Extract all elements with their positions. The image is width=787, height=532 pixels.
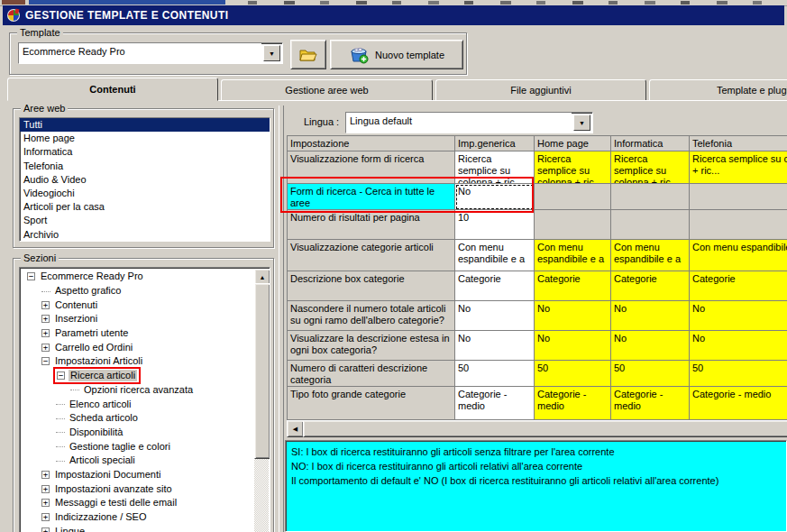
tree-item-label[interactable]: Impostazioni Documenti: [53, 469, 162, 481]
tab-template-e-plugin[interactable]: Template e plugin: [649, 79, 787, 101]
aree-web-item[interactable]: Home page: [20, 132, 270, 145]
tree-item[interactable]: Gestione taglie e colori: [22, 439, 253, 454]
tree-item[interactable]: +Lingue: [22, 524, 253, 532]
aree-web-listbox[interactable]: TuttiHome pageInformaticaTelefoniaAudio …: [19, 117, 270, 242]
grid-override-value-cell[interactable]: Categorie: [535, 271, 611, 301]
grid-setting-cell[interactable]: Descrizione box categorie: [288, 271, 455, 301]
grid-setting-cell[interactable]: Form di ricerca - Cerca in tutte le aree: [288, 184, 455, 210]
grid-hscrollbar[interactable]: ◀: [287, 420, 787, 436]
new-template-button[interactable]: Nuovo template: [330, 40, 463, 69]
tree-item[interactable]: Disponibilità: [22, 426, 253, 440]
aree-web-item[interactable]: Informatica: [20, 145, 270, 159]
tree-item-label[interactable]: Aspetto grafico: [53, 285, 123, 297]
grid-override-value-cell[interactable]: No: [611, 301, 690, 331]
grid-override-value-cell[interactable]: Con menu espandibile e a ...: [690, 240, 787, 271]
tree-expand-icon[interactable]: +: [41, 513, 50, 521]
tree-item-label[interactable]: Indicizzazione / SEO: [53, 511, 149, 523]
tree-item[interactable]: +Contenuti: [22, 298, 253, 312]
grid-generic-value-cell[interactable]: No: [455, 331, 535, 361]
aree-web-item[interactable]: Archivio: [20, 228, 270, 242]
tree-item-label[interactable]: Ecommerce Ready Pro: [39, 271, 145, 282]
grid-override-value-cell[interactable]: Categorie: [690, 271, 787, 301]
grid-setting-cell[interactable]: Nascondere il numero totale articoli su …: [288, 301, 455, 331]
tab-gestione-aree-web[interactable]: Gestione aree web: [221, 79, 433, 101]
panel-splitter[interactable]: [279, 105, 284, 532]
tree-item[interactable]: +Impostazioni avanzate sito: [22, 482, 253, 496]
tree-item[interactable]: −Ricerca articoli: [22, 369, 253, 383]
tab-file-aggiuntivi[interactable]: File aggiuntivi: [435, 79, 646, 101]
grid-override-value-cell[interactable]: [535, 210, 611, 240]
grid-setting-cell[interactable]: Visualizzare la descrizione estesa in og…: [288, 331, 455, 361]
tree-item-label[interactable]: Impostazioni Articoli: [53, 355, 144, 367]
tab-contenuti[interactable]: Contenuti: [7, 78, 218, 101]
tree-expand-icon[interactable]: +: [41, 344, 50, 352]
aree-web-item[interactable]: Videogiochi: [20, 187, 270, 200]
tree-item-label[interactable]: Impostazioni avanzate sito: [53, 483, 174, 495]
tree-expand-icon[interactable]: +: [41, 471, 50, 479]
grid-override-value-cell[interactable]: Ricerca semplice su colonna + ric...: [690, 151, 787, 184]
grid-setting-cell[interactable]: Numero di risultati per pagina: [288, 210, 455, 240]
tree-item-label[interactable]: Ricerca articoli: [69, 370, 137, 381]
grid-hscrollbar-left-button[interactable]: ◀: [287, 420, 304, 437]
tree-item[interactable]: Opzioni ricerca avanzata: [22, 383, 253, 398]
tree-scrollbar[interactable]: ▲: [254, 269, 269, 532]
tree-item-label[interactable]: Elenco articoli: [68, 399, 133, 410]
grid-generic-value-cell[interactable]: 10: [455, 210, 535, 240]
grid-generic-value-cell[interactable]: Categorie: [455, 271, 535, 301]
tree-item[interactable]: Articoli speciali: [22, 454, 253, 468]
grid-generic-value-cell[interactable]: Ricerca semplice su colonna + ric...: [455, 151, 535, 184]
tree-item-label[interactable]: Inserzioni: [53, 313, 99, 325]
grid-override-value-cell[interactable]: Con menu espandibile e a ...: [535, 240, 611, 271]
template-combobox[interactable]: Ecommerce Ready Pro ▼: [18, 42, 283, 64]
grid-override-value-cell[interactable]: No: [611, 331, 690, 361]
tree-expand-icon[interactable]: +: [41, 315, 50, 323]
grid-hscrollbar-thumb[interactable]: [303, 420, 787, 437]
grid-override-value-cell[interactable]: Con menu espandibile e a ...: [611, 240, 690, 271]
aree-web-item[interactable]: Tutti: [20, 118, 270, 132]
tree-expand-icon[interactable]: +: [41, 499, 50, 507]
grid-setting-cell[interactable]: Tipo foto grande categorie: [288, 387, 455, 420]
grid-generic-value-cell[interactable]: 50: [455, 361, 535, 387]
aree-web-item[interactable]: Sport: [20, 214, 270, 227]
language-combobox-dropdown-button[interactable]: ▼: [573, 115, 590, 131]
grid-override-value-cell[interactable]: No: [535, 301, 611, 331]
grid-override-value-cell[interactable]: [535, 184, 611, 210]
tree-item[interactable]: +Parametri utente: [22, 326, 253, 341]
grid-override-value-cell[interactable]: Categorie - medio: [690, 387, 787, 420]
grid-generic-value-cell[interactable]: Categorie - medio: [455, 387, 535, 420]
tree-collapse-icon[interactable]: −: [27, 272, 35, 280]
grid-override-value-cell[interactable]: 50: [535, 361, 611, 387]
tree-item[interactable]: −Ecommerce Ready Pro: [22, 270, 253, 284]
grid-override-value-cell[interactable]: Ricerca semplice su colonna + ric...: [535, 151, 611, 184]
aree-web-item[interactable]: Telefonia: [20, 160, 270, 173]
tree-expand-icon[interactable]: +: [41, 329, 50, 337]
grid-override-value-cell[interactable]: [611, 210, 690, 240]
grid-override-value-cell[interactable]: [690, 184, 787, 210]
grid-override-value-cell[interactable]: No: [690, 331, 787, 361]
grid-override-value-cell[interactable]: Categorie: [611, 271, 690, 301]
tree-item-label[interactable]: Disponibilità: [68, 427, 124, 438]
grid-override-value-cell[interactable]: Ricerca semplice su colonna + ric...: [611, 151, 690, 184]
tree-collapse-icon[interactable]: −: [57, 371, 65, 380]
grid-override-value-cell[interactable]: 50: [690, 361, 787, 387]
tree-item[interactable]: +Messaggi e testi delle email: [22, 496, 253, 510]
tree-item[interactable]: +Impostazioni Documenti: [22, 468, 253, 482]
tree-item-label[interactable]: Scheda articolo: [68, 412, 140, 424]
tree-expand-icon[interactable]: +: [41, 301, 50, 309]
tree-item-label[interactable]: Opzioni ricerca avanzata: [82, 384, 195, 396]
language-combobox[interactable]: Lingua default ▼: [345, 112, 593, 133]
tree-item[interactable]: Scheda articolo: [22, 411, 253, 426]
open-template-button[interactable]: [290, 40, 326, 69]
grid-override-value-cell[interactable]: [611, 184, 690, 210]
tree-collapse-icon[interactable]: −: [41, 357, 50, 365]
aree-web-item[interactable]: Articoli per la casa: [20, 200, 270, 214]
sezioni-treeview[interactable]: −Ecommerce Ready ProAspetto grafico+Cont…: [19, 267, 270, 532]
grid-override-value-cell[interactable]: 50: [611, 361, 690, 387]
grid-setting-cell[interactable]: Visualizzazione form di ricerca: [288, 151, 455, 184]
tree-expand-icon[interactable]: +: [41, 527, 50, 532]
tree-item-label[interactable]: Gestione taglie e colori: [68, 441, 172, 453]
tree-scrollbar-thumb[interactable]: [254, 283, 270, 459]
template-combobox-dropdown-button[interactable]: ▼: [263, 45, 280, 61]
tree-item[interactable]: +Indicizzazione / SEO: [22, 510, 253, 525]
grid-setting-cell[interactable]: Numero di caratteri descrizione categori…: [288, 361, 455, 387]
